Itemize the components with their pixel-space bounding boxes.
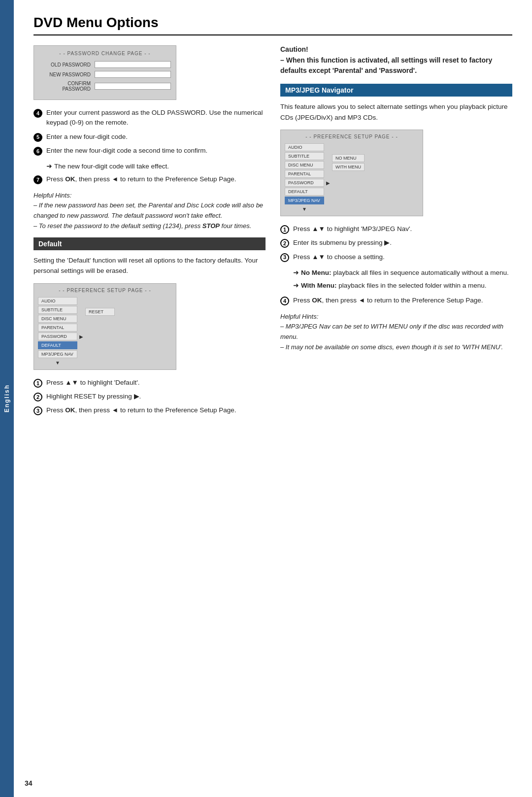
pref-right-arrow-mp3: ▶: [326, 180, 330, 186]
two-col-layout: - - PASSWORD CHANGE PAGE - - OLD PASSWOR…: [33, 45, 512, 422]
new-password-label: NEW PASSWORD: [39, 72, 91, 77]
default-step2-text: Highlight RESET by pressing ▶.: [46, 392, 141, 401]
default-step1-text: Press ▲▼ to highlight 'Default'.: [46, 378, 139, 388]
step-7: 7 Press OK, then press ◄ to return to th…: [33, 174, 266, 184]
mp3-pref-default: DEFAULT: [285, 188, 324, 196]
mp3-step4-text: Press OK, then press ◄ to return to the …: [293, 296, 483, 305]
default-step-1: 1 Press ▲▼ to highlight 'Default'.: [33, 378, 266, 388]
mp3-step1-number: 1: [280, 225, 289, 234]
mp3-step4-number: 4: [280, 297, 289, 305]
new-password-input: [95, 71, 171, 78]
mp3-pref-discmenu: DISC MENU: [285, 161, 324, 169]
right-column: Caution! – When this function is activat…: [280, 45, 512, 422]
step6-text: Enter the new four-digit code a second t…: [46, 146, 207, 156]
default-step-2: 2 Highlight RESET by pressing ▶.: [33, 392, 266, 401]
mp3-step3-text: Press ▲▼ to choose a setting.: [293, 252, 385, 262]
mp3-header-label: MP3/JPEG Navigator: [285, 86, 354, 94]
mp3-pref-menu: AUDIO SUBTITLE DISC MENU PARENTAL PASSWO…: [285, 143, 419, 212]
caution-text-content: – When this function is activated, all s…: [280, 56, 492, 74]
with-menu-item: WITH MENU: [332, 163, 365, 171]
main-content: DVD Menu Options - - PASSWORD CHANGE PAG…: [14, 0, 532, 797]
confirm-password-label: CONFIRM PASSWORD: [39, 81, 91, 92]
default-steps: 1 Press ▲▼ to highlight 'Default'. 2 Hig…: [33, 378, 266, 416]
mp3-description: This feature allows you to select altern…: [280, 101, 512, 123]
no-menu-text: No Menu: playback all files in sequence …: [301, 268, 509, 278]
helpful-hints-left: Helpful Hints: – If the new password has…: [33, 191, 266, 232]
step-6: 6 Enter the new four-digit code a second…: [33, 146, 266, 156]
password-change-diagram: - - PASSWORD CHANGE PAGE - - OLD PASSWOR…: [33, 45, 176, 100]
default-step1-number: 1: [33, 379, 42, 388]
mp3-step-4: 4 Press OK, then press ◄ to return to th…: [280, 296, 512, 305]
with-menu-arrow-icon: ➜: [293, 281, 299, 291]
step-7-list: 7 Press OK, then press ◄ to return to th…: [33, 174, 266, 184]
pref-mp3nav: MP3/JPEG NAV: [38, 350, 77, 358]
old-password-label: OLD PASSWORD: [39, 62, 91, 67]
default-step-3: 3 Press OK, then press ◄ to return to th…: [33, 405, 266, 415]
mp3-section-header: MP3/JPEG Navigator: [280, 84, 512, 97]
password-diagram-title: - - PASSWORD CHANGE PAGE - -: [39, 51, 171, 56]
no-menu-arrow-item: ➜ No Menu: playback all files in sequenc…: [293, 268, 512, 278]
new-password-row: NEW PASSWORD: [39, 71, 171, 78]
mp3-pref-subtitle: SUBTITLE: [285, 152, 324, 160]
helpful-hints-right: Helpful Hints: – MP3/JPEG Nav can be set…: [280, 312, 512, 353]
mp3-pref-password: PASSWORD: [285, 179, 324, 187]
mp3-submenu: NO MENU WITH MENU: [332, 154, 365, 172]
mp3-step-4-list: 4 Press OK, then press ◄ to return to th…: [280, 296, 512, 305]
caution-text: – When this function is activated, all s…: [280, 55, 512, 76]
caution-block: Caution! – When this function is activat…: [280, 45, 512, 76]
pref-default-selected: DEFAULT: [38, 341, 77, 349]
mp3-pref-diagram: - - PREFERENCE SETUP PAGE - - AUDIO SUBT…: [280, 130, 423, 216]
pref-discmenu: DISC MENU: [38, 315, 77, 323]
mp3-pref-items: AUDIO SUBTITLE DISC MENU PARENTAL PASSWO…: [285, 143, 324, 212]
mp3-step2-text: Enter its submenu by pressing ▶.: [293, 238, 392, 248]
confirm-password-input: [95, 83, 171, 90]
page-number: 34: [25, 779, 33, 787]
step-4: 4 Enter your current password as the OLD…: [33, 108, 266, 128]
no-menu-item: NO MENU: [332, 154, 365, 162]
pref-parental: PARENTAL: [38, 324, 77, 332]
pref-audio: AUDIO: [38, 297, 77, 305]
reset-item: RESET: [85, 308, 115, 316]
mp3-hint2: – It may not be available on some discs,…: [280, 342, 512, 353]
sidebar: English: [0, 0, 14, 797]
arrow-step-text: The new four-digit code will take effect…: [54, 162, 169, 171]
pref-arrow-down-default: ▼: [38, 360, 77, 365]
step7-text: Press OK, then press ◄ to return to the …: [46, 174, 236, 184]
hint1-left: – If the new password has been set, the …: [33, 200, 266, 221]
hint-title-right: Helpful Hints:: [280, 312, 512, 322]
caution-title: Caution!: [280, 45, 512, 53]
mp3-pref-nav-selected: MP3/JPEG NAV: [285, 197, 324, 204]
step4-number: 4: [33, 109, 42, 118]
old-password-input: [95, 61, 171, 68]
steps-4-6: 4 Enter your current password as the OLD…: [33, 108, 266, 156]
arrow-bullet-icon: ➜: [46, 162, 52, 171]
default-header-label: Default: [38, 240, 62, 248]
default-description: Setting the 'Default' function will rese…: [33, 255, 266, 276]
mp3-steps-1-3: 1 Press ▲▼ to highlight 'MP3/JPEG Nav'. …: [280, 224, 512, 262]
mp3-hint1: – MP3/JPEG Nav can be set to WITH MENU o…: [280, 322, 512, 342]
pref-right-arrow-default: ▶: [79, 334, 83, 339]
mp3-pref-audio: AUDIO: [285, 143, 324, 151]
page-title: DVD Menu Options: [33, 15, 512, 35]
confirm-password-row: CONFIRM PASSWORD: [39, 81, 171, 92]
arrow-step: ➜ The new four-digit code will take effe…: [46, 162, 266, 171]
mp3-step1-text: Press ▲▼ to highlight 'MP3/JPEG Nav'.: [293, 224, 412, 234]
mp3-pref-title: - - PREFERENCE SETUP PAGE - -: [285, 134, 419, 139]
mp3-step-3: 3 Press ▲▼ to choose a setting.: [280, 252, 512, 262]
mp3-pref-parental: PARENTAL: [285, 170, 324, 178]
step4-text: Enter your current password as the OLD P…: [46, 108, 266, 128]
mp3-step3-number: 3: [280, 253, 289, 262]
default-step3-text: Press OK, then press ◄ to return to the …: [46, 405, 236, 415]
mp3-step-2: 2 Enter its submenu by pressing ▶.: [280, 238, 512, 248]
with-menu-text: With Menu: playback files in the selecte…: [301, 281, 487, 291]
sidebar-label: English: [3, 384, 10, 412]
hint-title-left: Helpful Hints:: [33, 191, 266, 201]
pref-arrow-down-mp3: ▼: [285, 206, 324, 212]
default-step3-number: 3: [33, 406, 42, 415]
default-submenu: RESET: [85, 308, 115, 317]
left-column: - - PASSWORD CHANGE PAGE - - OLD PASSWOR…: [33, 45, 266, 422]
default-pref-diagram: - - PREFERENCE SETUP PAGE - - AUDIO SUBT…: [33, 283, 176, 370]
no-menu-arrow-icon: ➜: [293, 268, 299, 278]
step5-text: Enter a new four-digit code.: [46, 132, 128, 142]
hint2-left: – To reset the password to the default s…: [33, 221, 266, 232]
